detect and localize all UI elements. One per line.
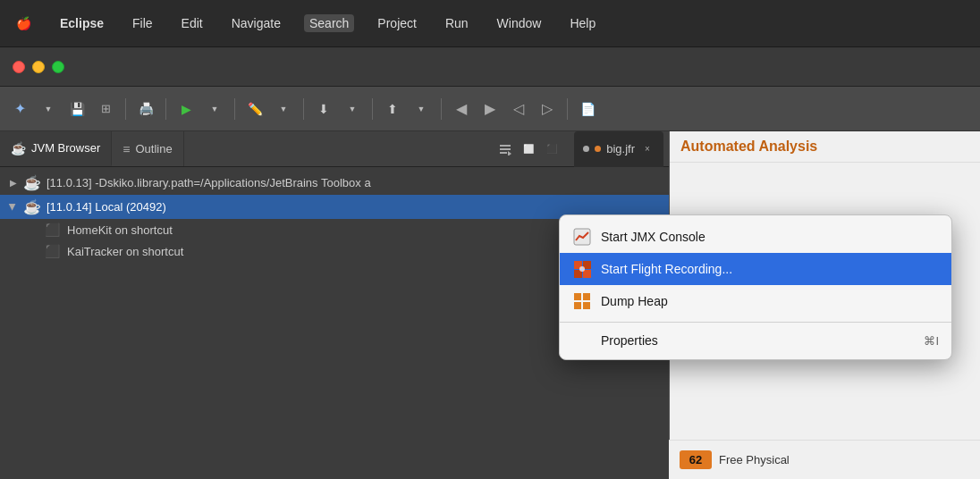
free-physical-label: Free Physical xyxy=(719,453,790,466)
separator-3 xyxy=(234,98,235,120)
tree-icon-2: ☕ xyxy=(23,198,41,215)
view-tab-bar: ☕ JVM Browser ≡ Outline ⬜ xyxy=(0,131,669,167)
view-menu-btn[interactable] xyxy=(495,139,515,159)
save-all-button[interactable]: ⊞ xyxy=(93,97,118,122)
tree-icon-1: ☕ xyxy=(23,174,41,191)
new-button[interactable]: ✦ xyxy=(7,97,32,122)
separator-6 xyxy=(441,98,442,120)
ctx-jmx-icon xyxy=(572,227,592,247)
tab-spacer: ⬜ ⬛ xyxy=(184,131,570,166)
ctx-heap-label: Dump Heap xyxy=(601,294,939,308)
memory-value: 62 xyxy=(680,450,712,469)
save-button[interactable]: 💾 xyxy=(64,97,89,122)
menubar: 🍎 Eclipse File Edit Navigate Search Proj… xyxy=(0,0,980,47)
svg-rect-8 xyxy=(583,270,591,278)
tree-arrow-2[interactable]: ▶ xyxy=(7,201,20,214)
jfr-tab[interactable]: big.jfr × xyxy=(574,131,663,167)
search-menu[interactable]: Search xyxy=(304,14,354,32)
separator-7 xyxy=(567,98,568,120)
layout-button[interactable]: ⬇ xyxy=(311,97,336,122)
pencil-dropdown[interactable]: ▼ xyxy=(271,97,296,122)
external-dropdown[interactable]: ▼ xyxy=(409,97,434,122)
svg-marker-3 xyxy=(508,151,511,155)
ctx-flight-label: Start Flight Recording... xyxy=(601,262,939,276)
navigate-menu[interactable]: Navigate xyxy=(226,14,286,32)
context-menu: Start JMX Console Start Flight Recording… xyxy=(559,214,952,360)
jvm-browser-label: JVM Browser xyxy=(31,141,100,155)
ctx-heap-icon xyxy=(572,291,592,311)
minimize-button[interactable] xyxy=(32,61,45,73)
svg-rect-0 xyxy=(500,145,511,147)
maximize-view-btn[interactable]: ⬛ xyxy=(542,139,562,159)
help-menu[interactable]: Help xyxy=(564,14,601,32)
separator-1 xyxy=(125,98,126,120)
project-menu[interactable]: Project xyxy=(372,14,422,32)
tab-outline[interactable]: ≡ Outline xyxy=(112,131,183,166)
pencil-button[interactable]: ✏️ xyxy=(242,97,267,122)
tree-icon-3: ⬛ xyxy=(45,223,60,237)
external-button[interactable]: ⬆ xyxy=(380,97,405,122)
close-button[interactable] xyxy=(13,61,25,73)
svg-point-9 xyxy=(579,266,585,272)
ctx-separator xyxy=(560,322,951,323)
window-menu[interactable]: Window xyxy=(492,14,547,32)
ctx-properties[interactable]: Properties ⌘I xyxy=(560,327,951,354)
apple-menu[interactable]: 🍎 xyxy=(11,14,37,32)
right-panel-header: Automated Analysis xyxy=(670,131,980,163)
tree-label-2: [11.0.14] Local (20492) xyxy=(46,200,662,214)
jfr-tab-label: big.jfr xyxy=(606,142,635,155)
svg-rect-12 xyxy=(574,302,581,309)
svg-rect-2 xyxy=(500,152,507,154)
run-menu[interactable]: Run xyxy=(440,14,474,32)
outline-icon: ≡ xyxy=(122,142,130,156)
tab-jvm-browser[interactable]: ☕ JVM Browser xyxy=(0,131,112,166)
layout-dropdown[interactable]: ▼ xyxy=(340,97,365,122)
maximize-button[interactable] xyxy=(52,61,64,73)
separator-4 xyxy=(303,98,304,120)
separator-5 xyxy=(372,98,373,120)
ctx-start-flight[interactable]: Start Flight Recording... xyxy=(560,253,951,285)
print-button[interactable]: 🖨️ xyxy=(133,97,158,122)
ctx-properties-label: Properties xyxy=(601,333,915,348)
svg-rect-11 xyxy=(583,293,590,300)
next-button[interactable]: ▷ xyxy=(535,97,560,122)
jfr-dot-1 xyxy=(583,146,589,152)
minimize-view-btn[interactable]: ⬜ xyxy=(519,139,538,159)
ctx-flight-icon xyxy=(572,259,592,279)
edit-menu[interactable]: Edit xyxy=(176,14,208,32)
forward-button[interactable]: ▶ xyxy=(477,97,503,122)
svg-rect-10 xyxy=(574,293,581,300)
ctx-jmx-label: Start JMX Console xyxy=(601,230,939,244)
prev-button[interactable]: ◁ xyxy=(506,97,531,122)
new-dropdown[interactable]: ▼ xyxy=(36,97,61,122)
svg-rect-13 xyxy=(583,302,590,309)
run-dropdown[interactable]: ▼ xyxy=(202,97,227,122)
automated-analysis-title: Automated Analysis xyxy=(680,139,969,155)
tree-label-1: [11.0.13] -Dskiko.library.path=/Applicat… xyxy=(46,176,662,189)
separator-2 xyxy=(165,98,166,120)
ctx-start-jmx[interactable]: Start JMX Console xyxy=(560,221,951,253)
titlebar xyxy=(0,47,980,87)
tree-arrow-1[interactable]: ▶ xyxy=(7,177,20,189)
svg-rect-1 xyxy=(500,148,511,150)
jfr-tab-container: big.jfr × xyxy=(569,131,669,166)
tree-row-1[interactable]: ▶ ☕ [11.0.13] -Dskiko.library.path=/Appl… xyxy=(0,171,669,195)
jfr-dot-2 xyxy=(595,146,601,152)
run-button[interactable]: ▶ xyxy=(173,97,199,122)
outline-label: Outline xyxy=(135,142,172,155)
toolbar: ✦ ▼ 💾 ⊞ 🖨️ ▶ ▼ ✏️ ▼ ⬇ ▼ ⬆ ▼ ◀ ▶ xyxy=(0,87,980,131)
back-button[interactable]: ◀ xyxy=(449,97,474,122)
jfr-close-button[interactable]: × xyxy=(640,142,655,156)
jvm-browser-icon: ☕ xyxy=(11,141,26,155)
tree-icon-4: ⬛ xyxy=(45,244,60,258)
ctx-properties-shortcut: ⌘I xyxy=(924,334,939,348)
open-file-button[interactable]: 📄 xyxy=(575,97,600,122)
eclipse-menu[interactable]: Eclipse xyxy=(55,14,109,32)
ctx-dump-heap[interactable]: Dump Heap xyxy=(560,285,951,317)
file-menu[interactable]: File xyxy=(127,14,158,32)
bottom-status-bar: 62 Free Physical xyxy=(669,440,980,479)
